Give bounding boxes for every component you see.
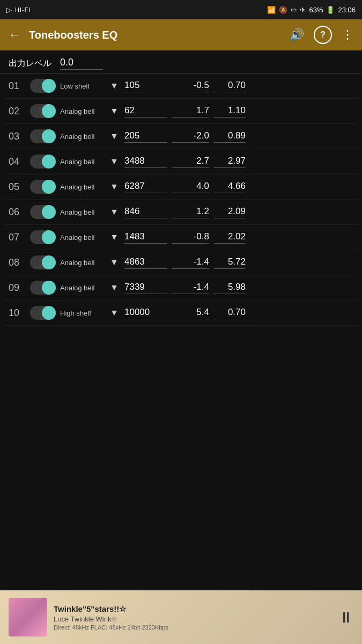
- eq-freq-9[interactable]: 10000: [124, 307, 167, 319]
- eq-type-3: Analog bell: [60, 158, 104, 166]
- eq-dropdown-9[interactable]: ▼: [108, 308, 120, 318]
- eq-gain-8[interactable]: -1.4: [172, 282, 209, 294]
- eq-type-6: Analog bell: [60, 233, 104, 241]
- toolbar-title: Toneboosters EQ: [29, 29, 281, 41]
- nosim-icon: ▭: [291, 6, 297, 13]
- eq-num-3: 04: [9, 156, 26, 167]
- eq-gain-4[interactable]: 4.0: [172, 181, 209, 193]
- eq-toggle-2[interactable]: [30, 129, 56, 143]
- eq-freq-0[interactable]: 105: [124, 80, 167, 92]
- eq-gain-2[interactable]: -2.0: [172, 130, 209, 143]
- eq-toggle-5[interactable]: [30, 205, 56, 219]
- eq-toggle-9[interactable]: [30, 306, 56, 320]
- airplane-icon: ✈: [300, 6, 306, 14]
- status-left: ▷ HI-FI: [6, 6, 31, 14]
- eq-type-2: Analog bell: [60, 133, 104, 141]
- player-artist: Luce Twinkle Wink☆: [54, 615, 332, 623]
- eq-gain-7[interactable]: -1.4: [172, 257, 209, 269]
- player-title: Twinkle"5"stars!!☆: [54, 604, 332, 614]
- mute-icon: 🔕: [279, 6, 287, 14]
- eq-freq-6[interactable]: 1483: [124, 231, 167, 244]
- hifi-label: HI-FI: [15, 6, 31, 13]
- eq-freq-4[interactable]: 6287: [124, 181, 167, 193]
- eq-num-4: 05: [9, 181, 26, 193]
- eq-type-8: Analog bell: [60, 284, 104, 292]
- eq-freq-5[interactable]: 846: [124, 206, 167, 218]
- eq-toggle-3[interactable]: [30, 155, 56, 169]
- output-label: 出力レベル: [9, 58, 51, 69]
- back-button[interactable]: ←: [9, 28, 20, 42]
- player-meta: Direct: 48kHz FLAC: 48kHz 24bit 2323Kbps: [54, 624, 332, 631]
- eq-gain-6[interactable]: -0.8: [172, 231, 209, 244]
- eq-freq-8[interactable]: 7339: [124, 282, 167, 294]
- eq-num-0: 01: [9, 80, 26, 92]
- help-button[interactable]: ?: [314, 26, 332, 44]
- eq-dropdown-7[interactable]: ▼: [108, 258, 120, 267]
- eq-row: 08 Analog bell ▼ 4863 -1.4 5.72: [4, 250, 358, 275]
- status-bar: ▷ HI-FI 📶 🔕 ▭ ✈ 63% 🔋 23:06: [0, 0, 362, 19]
- eq-gain-5[interactable]: 1.2: [172, 206, 209, 218]
- eq-num-9: 10: [9, 308, 26, 319]
- eq-toggle-8[interactable]: [30, 281, 56, 295]
- eq-dropdown-3[interactable]: ▼: [108, 157, 120, 166]
- eq-dropdown-1[interactable]: ▼: [108, 106, 120, 116]
- eq-toggle-0[interactable]: [30, 79, 56, 93]
- eq-dropdown-6[interactable]: ▼: [108, 232, 120, 242]
- eq-freq-1[interactable]: 62: [124, 105, 167, 118]
- eq-gain-0[interactable]: -0.5: [172, 80, 209, 92]
- eq-type-7: Analog bell: [60, 259, 104, 267]
- eq-gain-3[interactable]: 2.7: [172, 156, 209, 168]
- eq-row: 09 Analog bell ▼ 7339 -1.4 5.98: [4, 275, 358, 301]
- eq-type-0: Low shelf: [60, 82, 104, 90]
- eq-q-5[interactable]: 2.09: [213, 206, 246, 218]
- play-icon: ▷: [6, 6, 12, 14]
- status-right: 📶 🔕 ▭ ✈ 63% 🔋 23:06: [267, 6, 356, 14]
- eq-freq-7[interactable]: 4863: [124, 257, 167, 269]
- more-icon[interactable]: ⋮: [342, 28, 353, 42]
- eq-q-7[interactable]: 5.72: [213, 257, 246, 269]
- eq-type-5: Analog bell: [60, 208, 104, 216]
- eq-type-9: High shelf: [60, 309, 104, 317]
- eq-dropdown-0[interactable]: ▼: [108, 81, 120, 91]
- time-label: 23:06: [338, 6, 356, 14]
- eq-type-4: Analog bell: [60, 183, 104, 191]
- pause-button[interactable]: ⏸: [338, 609, 353, 626]
- eq-list: 01 Low shelf ▼ 105 -0.5 0.70 02 Analog b…: [0, 74, 362, 326]
- eq-dropdown-2[interactable]: ▼: [108, 131, 120, 141]
- eq-toggle-6[interactable]: [30, 230, 56, 244]
- eq-num-5: 06: [9, 207, 26, 218]
- eq-q-6[interactable]: 2.02: [213, 231, 246, 244]
- battery-label: 63%: [309, 6, 323, 14]
- eq-gain-1[interactable]: 1.7: [172, 105, 209, 118]
- eq-row: 03 Analog bell ▼ 205 -2.0 0.89: [4, 124, 358, 149]
- eq-dropdown-5[interactable]: ▼: [108, 207, 120, 217]
- volume-icon[interactable]: 🔊: [290, 28, 304, 42]
- eq-num-1: 02: [9, 106, 26, 117]
- eq-q-4[interactable]: 4.66: [213, 181, 246, 193]
- battery-icon: 🔋: [326, 6, 335, 14]
- eq-freq-2[interactable]: 205: [124, 130, 167, 143]
- signal-icon: 📶: [267, 6, 276, 14]
- eq-toggle-1[interactable]: [30, 104, 56, 118]
- output-value[interactable]: 0.0: [60, 57, 103, 70]
- eq-q-9[interactable]: 0.70: [213, 307, 246, 319]
- eq-dropdown-4[interactable]: ▼: [108, 182, 120, 192]
- eq-q-2[interactable]: 0.89: [213, 130, 246, 143]
- eq-freq-3[interactable]: 3488: [124, 156, 167, 168]
- eq-type-1: Analog bell: [60, 107, 104, 115]
- eq-row: 06 Analog bell ▼ 846 1.2 2.09: [4, 200, 358, 225]
- eq-q-3[interactable]: 2.97: [213, 156, 246, 168]
- player-info: Twinkle"5"stars!!☆ Luce Twinkle Wink☆ Di…: [54, 604, 332, 631]
- eq-row: 07 Analog bell ▼ 1483 -0.8 2.02: [4, 225, 358, 250]
- eq-gain-9[interactable]: 5.4: [172, 307, 209, 319]
- eq-q-8[interactable]: 5.98: [213, 282, 246, 294]
- eq-q-0[interactable]: 0.70: [213, 80, 246, 92]
- eq-toggle-7[interactable]: [30, 255, 56, 269]
- eq-dropdown-8[interactable]: ▼: [108, 283, 120, 292]
- eq-row: 02 Analog bell ▼ 62 1.7 1.10: [4, 99, 358, 124]
- eq-num-6: 07: [9, 232, 26, 243]
- player-bar: Twinkle"5"stars!!☆ Luce Twinkle Wink☆ Di…: [0, 590, 362, 644]
- eq-q-1[interactable]: 1.10: [213, 105, 246, 118]
- toolbar-icons: 🔊 ? ⋮: [290, 26, 353, 44]
- eq-toggle-4[interactable]: [30, 180, 56, 194]
